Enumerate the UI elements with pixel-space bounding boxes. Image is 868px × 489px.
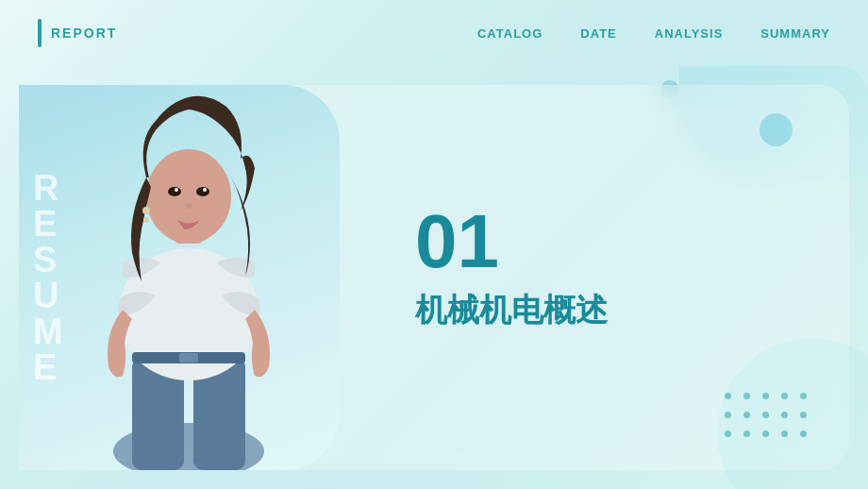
svg-point-6	[168, 187, 181, 196]
svg-point-9	[203, 188, 207, 192]
nav-analysis[interactable]: ANALYSIS	[655, 26, 724, 41]
deco-circle	[760, 113, 793, 146]
image-card: R E S U M E	[19, 85, 340, 470]
section-number: 01	[415, 204, 821, 279]
resume-letter-s: S	[33, 242, 63, 278]
resume-letter-e: E	[33, 206, 63, 242]
nav-bar: CATALOG DATE ANALYSIS SUMMARY	[477, 26, 830, 41]
resume-vertical-text: R E S U M E	[33, 170, 63, 385]
report-bar-icon	[38, 19, 42, 47]
report-logo: REPORT	[38, 19, 117, 47]
nav-summary[interactable]: SUMMARY	[760, 26, 830, 41]
nav-date[interactable]: DATE	[580, 26, 616, 41]
header: REPORT CATALOG DATE ANALYSIS SUMMARY	[0, 0, 868, 66]
main-card: R E S U M E 01 机械机电概述	[19, 85, 849, 470]
svg-point-8	[175, 188, 178, 192]
resume-letter-m: M	[33, 313, 63, 349]
svg-point-5	[146, 149, 231, 244]
svg-point-12	[143, 217, 149, 223]
report-label: REPORT	[51, 25, 117, 41]
svg-rect-14	[179, 353, 198, 363]
person-image	[47, 85, 330, 470]
svg-point-10	[185, 203, 192, 209]
resume-letter-e2: E	[33, 349, 63, 385]
section-title: 机械机电概述	[415, 289, 821, 332]
resume-letter-u: U	[33, 278, 63, 313]
resume-letter-r: R	[33, 170, 63, 206]
svg-point-7	[196, 187, 209, 196]
svg-point-11	[142, 207, 150, 214]
left-section: R E S U M E	[19, 85, 377, 470]
main-content: R E S U M E 01 机械机电概述	[0, 66, 868, 489]
nav-catalog[interactable]: CATALOG	[477, 26, 542, 41]
